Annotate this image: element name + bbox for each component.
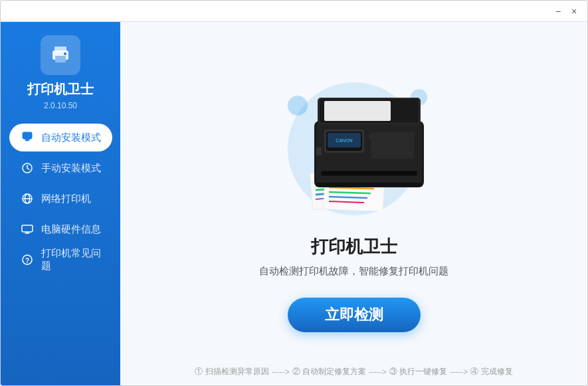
content-area: CANON — [120, 22, 587, 385]
step-2: ② 自动制定修复方案 — [292, 366, 366, 377]
nav-label-manual-install: 手动安装模式 — [41, 162, 101, 175]
svg-rect-1 — [54, 47, 66, 52]
svg-text:?: ? — [25, 257, 29, 264]
svg-rect-41 — [316, 183, 423, 187]
main-content: 打印机卫士 2.0.10.50 自动安装模式 — [1, 22, 587, 385]
nav-label-auto-install: 自动安装模式 — [41, 132, 101, 144]
titlebar: − × — [1, 1, 587, 22]
detect-button[interactable]: 立即检测 — [288, 298, 421, 332]
nav-label-common-issues: 打印机常见问题 — [41, 247, 102, 272]
sidebar: 打印机卫士 2.0.10.50 自动安装模式 — [1, 22, 120, 385]
hardware-info-icon — [20, 222, 35, 237]
step-4: ④ 完成修复 — [470, 366, 512, 377]
main-subtitle: 自动检测打印机故障，智能修复打印机问题 — [259, 265, 448, 278]
svg-rect-3 — [55, 56, 66, 62]
main-window: − × 打印机卫士 2.0.10.50 — [0, 0, 588, 386]
step-1: ① 扫描检测异常原因 — [195, 366, 268, 377]
svg-rect-38 — [322, 172, 416, 175]
arrow-3: -----> — [450, 367, 468, 377]
arrow-2: -----> — [369, 367, 387, 377]
nav-label-network-printer: 网络打印机 — [41, 193, 91, 205]
step-1-text: ① 扫描检测异常原因 — [195, 366, 268, 377]
minimize-button[interactable]: − — [550, 3, 566, 19]
step-3-text: ③ 执行一键修复 — [389, 366, 447, 377]
arrow-1: -----> — [272, 367, 290, 377]
nav-item-common-issues[interactable]: ? 打印机常见问题 — [9, 246, 112, 274]
svg-rect-9 — [22, 225, 33, 232]
step-3: ③ 执行一键修复 — [389, 366, 447, 377]
svg-text:CANON: CANON — [336, 138, 352, 143]
nav-item-hardware-info[interactable]: 电脑硬件信息 — [9, 215, 112, 243]
svg-rect-28 — [324, 101, 391, 121]
printer-image: CANON — [274, 84, 434, 211]
nav-item-manual-install[interactable]: 手动安装模式 — [9, 154, 112, 182]
nav-item-network-printer[interactable]: 网络打印机 — [9, 185, 112, 213]
auto-install-icon — [20, 130, 35, 145]
network-printer-icon — [20, 191, 35, 206]
app-logo — [41, 35, 80, 75]
app-title: 打印机卫士 — [27, 80, 94, 98]
nav-label-hardware-info: 电脑硬件信息 — [41, 223, 101, 236]
sidebar-nav: 自动安装模式 手动安装模式 — [1, 124, 120, 274]
printer-svg-container: CANON — [274, 84, 434, 213]
close-button[interactable]: × — [566, 3, 582, 19]
step-2-text: ② 自动制定修复方案 — [292, 366, 366, 377]
manual-install-icon — [20, 161, 35, 175]
svg-rect-39 — [371, 132, 414, 159]
step-4-text: ④ 完成修复 — [470, 366, 512, 377]
app-version: 2.0.10.50 — [44, 101, 77, 110]
svg-point-4 — [64, 52, 66, 55]
printer-logo-icon — [49, 41, 72, 70]
main-title: 打印机卫士 — [311, 235, 397, 258]
bottom-steps: ① 扫描检测异常原因 -----> ② 自动制定修复方案 -----> ③ 执行… — [120, 366, 587, 377]
svg-rect-40 — [316, 147, 322, 155]
printer-illustration: CANON — [248, 76, 460, 222]
common-issues-icon: ? — [20, 252, 35, 267]
nav-item-auto-install[interactable]: 自动安装模式 — [9, 124, 112, 151]
